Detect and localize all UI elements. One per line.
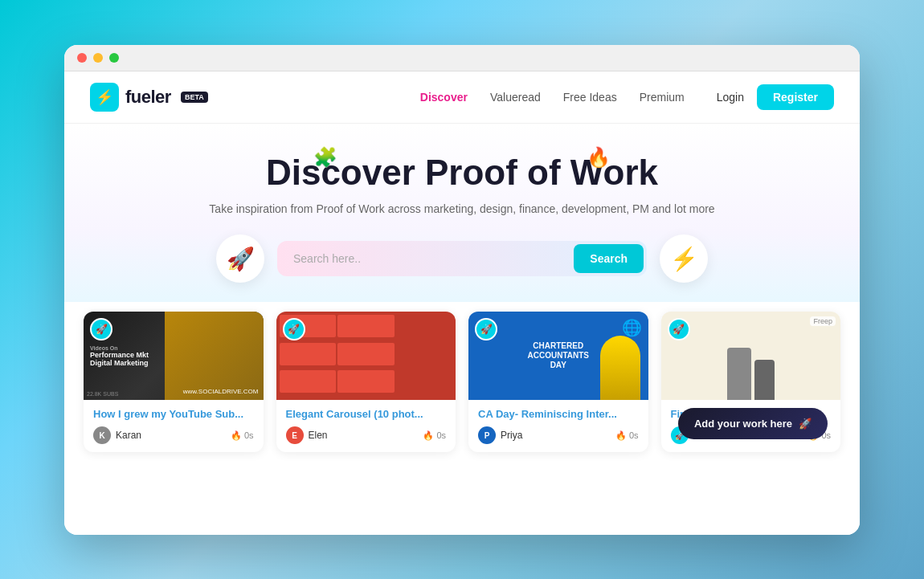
card-title-2: Elegant Carousel (10 phot... [286, 408, 447, 420]
logo-icon: ⚡ [90, 83, 119, 112]
card-thumb-fp: 🚀 Freep [661, 312, 841, 400]
card-thumb-carousel: 🚀 [276, 312, 456, 400]
fire-emoji: 🔥 [587, 146, 611, 169]
card-time-1: 🔥 0s [231, 430, 254, 441]
search-row: 🚀 Search ⚡ [90, 234, 834, 283]
author-name-3: Priya [501, 430, 522, 441]
add-work-icon: 🚀 [799, 418, 812, 430]
beta-badge: BETA [181, 92, 208, 103]
dot-green [109, 53, 119, 63]
fp-person2 [754, 360, 775, 400]
search-button[interactable]: Search [574, 244, 644, 273]
grid-cell-7 [280, 370, 337, 393]
bolt-icon: ⚡ [660, 234, 708, 283]
globe-badge: 🌐 [622, 318, 642, 337]
register-button[interactable]: Register [757, 84, 834, 110]
card-thumb-youtube: 🚀 Videos On Performance Mkt Digital Mark… [84, 312, 264, 400]
search-input[interactable] [280, 244, 574, 273]
dot-red [77, 53, 87, 63]
grid-cell-9 [396, 370, 453, 393]
logo-text: fueler [125, 87, 171, 108]
card-title-1: How I grew my YouTube Sub... [93, 408, 254, 420]
card-avatar-overlay-3: 🚀 [475, 318, 497, 340]
hero-subtitle: Take inspiration from Proof of Work acro… [90, 202, 834, 215]
grid-cell-5 [337, 343, 395, 365]
rocket-icon: 🚀 [216, 234, 264, 283]
card-footer-2: E Elen 🔥 0s [286, 426, 447, 444]
page-content: ⚡ fueler BETA Discover Valueread Free Id… [64, 71, 860, 535]
card-author-2: E Elen [286, 426, 328, 444]
hero-section: 🧩 Discover Proof of Work 🔥 Take inspirat… [64, 124, 860, 303]
grid-cell-4 [280, 343, 337, 365]
grid-cell-6 [396, 343, 453, 365]
card-avatar-overlay-4: 🚀 [668, 318, 690, 340]
nav-links: Discover Valueread Free Ideas Premium [420, 91, 685, 104]
nav-actions: Login Register [717, 84, 834, 110]
card-thumb-ca: 🚀 🌐 CHARTEREDACCOUNTANTSDAY [468, 312, 648, 400]
hero-title: 🧩 Discover Proof of Work 🔥 [90, 153, 834, 194]
card-time-3: 🔥 0s [615, 430, 639, 441]
nav-link-valueread[interactable]: Valueread [490, 91, 541, 104]
author-name-1: Karan [116, 430, 141, 441]
cards-section: 🚀 Videos On Performance Mkt Digital Mark… [64, 302, 860, 534]
fp-person1 [727, 348, 751, 400]
card-body-2: Elegant Carousel (10 phot... E Elen 🔥 0s [276, 400, 456, 452]
navbar: ⚡ fueler BETA Discover Valueread Free Id… [64, 71, 860, 124]
card-avatar-overlay-2: 🚀 [283, 318, 305, 340]
card-carousel[interactable]: 🚀 Elegant Carousel (10 p [276, 312, 456, 452]
author-avatar-2: E [286, 426, 304, 444]
card-footer-3: P Priya 🔥 0s [478, 426, 639, 444]
author-avatar-1: K [93, 426, 111, 444]
author-name-2: Elen [309, 430, 328, 441]
cards-wrapper: 🚀 Videos On Performance Mkt Digital Mark… [84, 312, 840, 452]
nav-link-premium[interactable]: Premium [640, 91, 685, 104]
login-button[interactable]: Login [717, 91, 744, 104]
add-work-label: Add your work here [694, 418, 792, 430]
grid-cell-3 [396, 315, 453, 337]
grid-cell-8 [337, 370, 395, 393]
puzzle-emoji: 🧩 [313, 146, 337, 169]
logo-area: ⚡ fueler BETA [90, 83, 208, 112]
ca-day-text: CHARTEREDACCOUNTANTSDAY [528, 341, 589, 370]
card-ca-day[interactable]: 🚀 🌐 CHARTEREDACCOUNTANTSDAY CA Day- Remi… [468, 312, 648, 452]
add-work-button[interactable]: Add your work here 🚀 [678, 408, 828, 439]
card-youtube[interactable]: 🚀 Videos On Performance Mkt Digital Mark… [84, 312, 264, 452]
card-author-3: P Priya [478, 426, 522, 444]
nav-link-free-ideas[interactable]: Free Ideas [563, 91, 617, 104]
card-time-2: 🔥 0s [423, 430, 446, 441]
search-container: Search [277, 241, 647, 276]
nav-link-discover[interactable]: Discover [420, 91, 468, 104]
dot-yellow [93, 53, 103, 63]
card-body-1: How I grew my YouTube Sub... K Karan 🔥 0… [84, 400, 264, 452]
grid-cell-2 [337, 315, 395, 337]
card-title-3: CA Day- Reminiscing Inter... [478, 408, 639, 420]
author-avatar-3: P [478, 426, 496, 444]
card-footer-1: K Karan 🔥 0s [93, 426, 254, 444]
browser-window: ⚡ fueler BETA Discover Valueread Free Id… [64, 45, 860, 535]
card-body-3: CA Day- Reminiscing Inter... P Priya 🔥 0… [468, 400, 648, 452]
browser-chrome [64, 45, 860, 71]
card-author-1: K Karan [93, 426, 141, 444]
